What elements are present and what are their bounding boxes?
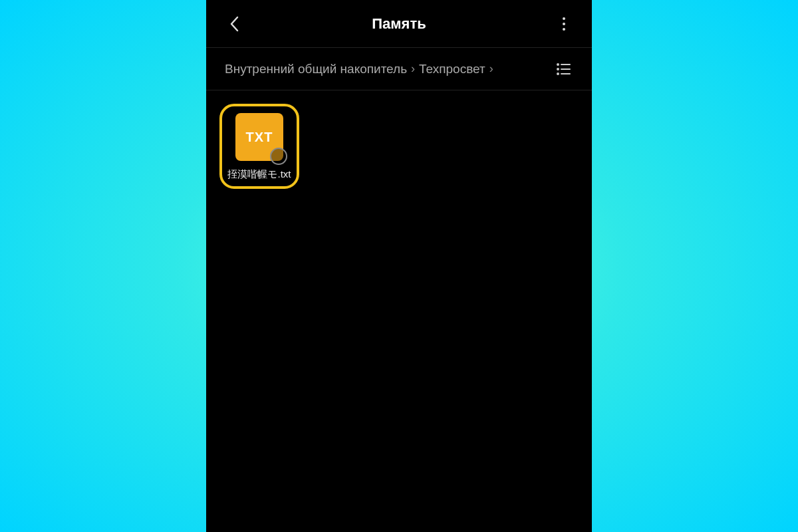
page-title: Память xyxy=(243,15,555,33)
svg-point-2 xyxy=(557,68,559,70)
file-grid: TXT 挃漠喈幄モ.txt xyxy=(206,90,592,532)
svg-point-0 xyxy=(557,64,559,65)
breadcrumb-segment[interactable]: Внутренний общий накопитель xyxy=(225,62,407,76)
list-icon xyxy=(557,63,571,75)
more-menu-button[interactable] xyxy=(555,15,573,33)
chevron-left-icon xyxy=(229,16,239,32)
dots-icon xyxy=(563,17,565,20)
file-type-badge: TXT xyxy=(246,130,273,145)
selection-circle[interactable] xyxy=(270,148,287,165)
chevron-right-icon: › xyxy=(489,62,493,76)
file-name: 挃漠喈幄モ.txt xyxy=(227,168,291,181)
file-item[interactable]: TXT 挃漠喈幄モ.txt xyxy=(219,104,299,189)
breadcrumb-bar: Внутренний общий накопитель › Техпросвет… xyxy=(206,48,592,90)
file-thumbnail: TXT xyxy=(235,113,283,161)
file-manager-screen: Память Внутренний общий накопитель › Тех… xyxy=(206,0,592,532)
app-header: Память xyxy=(206,0,592,48)
back-button[interactable] xyxy=(225,15,243,33)
list-view-toggle[interactable] xyxy=(555,60,573,78)
svg-point-4 xyxy=(557,73,559,74)
breadcrumb-segment[interactable]: Техпросвет xyxy=(419,62,485,76)
breadcrumb[interactable]: Внутренний общий накопитель › Техпросвет… xyxy=(225,62,549,76)
chevron-right-icon: › xyxy=(411,62,415,76)
